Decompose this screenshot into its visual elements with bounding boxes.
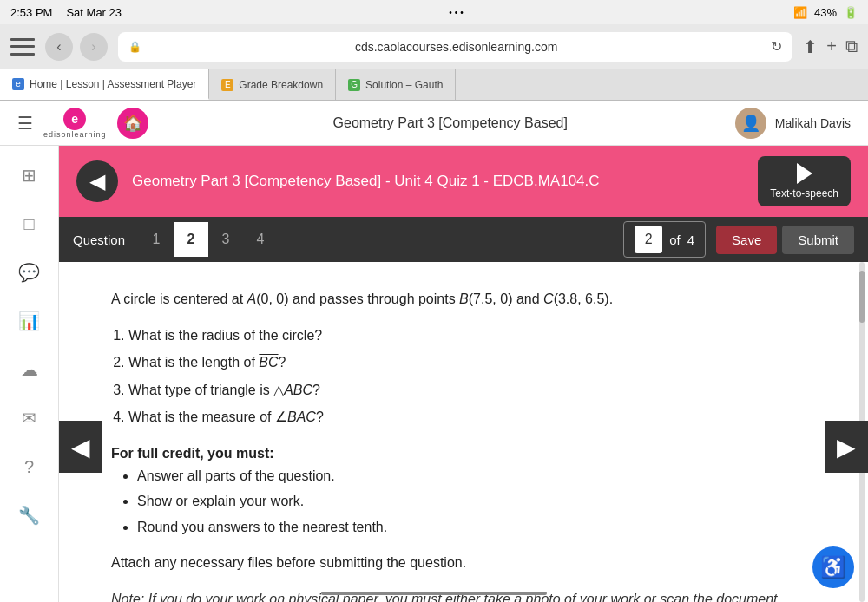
requirement-2: Show or explain your work. <box>137 490 816 513</box>
app-header: ☰ e edisonlearning 🏠 Geometry Part 3 [Co… <box>0 101 868 146</box>
play-icon <box>797 163 812 184</box>
browser-actions: ⬆ + ⧉ <box>803 36 858 57</box>
url-text: cds.caolacourses.edisonlearning.com <box>148 40 764 54</box>
battery-icon: 🔋 <box>844 6 858 19</box>
status-left: 2:53 PM Sat Mar 23 <box>10 6 122 19</box>
hamburger-line <box>10 38 35 41</box>
question-intro: A circle is centered at A(0, 0) and pass… <box>111 288 816 311</box>
main-layout: ⊞ □ 💬 📊 ☁ ✉ ? 🔧 ◀ Geometry Part 3 [Compe… <box>0 146 868 602</box>
status-right: 📶 43% 🔋 <box>793 6 858 19</box>
sidebar-icon-mail[interactable]: ✉ <box>14 402 45 434</box>
tab-label-home: Home | Lesson | Assessment Player <box>30 78 196 90</box>
logo-e: e <box>63 108 86 130</box>
tab-label-solution: Solution – Gauth <box>365 79 443 91</box>
menu-icon[interactable]: ☰ <box>17 113 33 134</box>
question-number-3[interactable]: 3 <box>208 222 243 257</box>
quiz-title: Geometry Part 3 [Competency Based] - Uni… <box>132 173 744 190</box>
scrollbar-thumb <box>859 271 865 323</box>
sidebar-toggle-button[interactable] <box>10 38 35 56</box>
user-name: Malikah Davis <box>775 116 851 130</box>
tab-solution-gauth[interactable]: G Solution – Gauth <box>336 69 456 100</box>
question-nav: Question 1 2 3 4 2 of 4 Save Submit <box>59 217 868 262</box>
lock-icon: 🔒 <box>128 41 141 53</box>
requirement-1: Answer all parts of the question. <box>137 465 816 487</box>
wifi-icon: 📶 <box>793 6 807 19</box>
save-button[interactable]: Save <box>716 226 777 254</box>
sidebar-icon-chat[interactable]: 💬 <box>14 257 45 288</box>
nav-buttons: ‹ › <box>45 33 108 61</box>
left-sidebar: ⊞ □ 💬 📊 ☁ ✉ ? 🔧 <box>0 146 59 602</box>
question-number-1[interactable]: 1 <box>139 222 174 257</box>
content-area: ◀ Geometry Part 3 [Competency Based] - U… <box>59 146 868 602</box>
reload-button[interactable]: ↻ <box>771 38 782 55</box>
new-tab-button[interactable]: + <box>826 36 837 56</box>
attach-note: Attach any necessary files before submit… <box>111 552 816 574</box>
back-button[interactable]: ‹ <box>45 33 73 61</box>
sidebar-icon-page[interactable]: □ <box>14 208 45 239</box>
prev-arrow-button[interactable]: ◀ <box>59 421 102 473</box>
dots: ••• <box>449 8 466 17</box>
battery-level: 43% <box>814 6 837 19</box>
question-number-2[interactable]: 2 <box>174 222 208 257</box>
time: 2:53 PM <box>10 6 52 19</box>
question-content: A circle is centered at A(0, 0) and pass… <box>59 262 868 602</box>
tabs-bar: e Home | Lesson | Assessment Player E Gr… <box>0 69 868 101</box>
user-area: 👤 Malikah Davis <box>735 108 851 139</box>
tab-favicon-grade: E <box>221 79 233 91</box>
question-numbered-list: What is the radius of the circle? What i… <box>128 324 816 429</box>
browser-chrome: ‹ › 🔒 cds.caolacourses.edisonlearning.co… <box>0 24 868 69</box>
address-bar[interactable]: 🔒 cds.caolacourses.edisonlearning.com ↻ <box>118 32 792 62</box>
requirements-list: Answer all parts of the question. Show o… <box>137 465 816 539</box>
tab-label-grade: Grade Breakdown <box>239 79 323 91</box>
list-item-4: What is the measure of ∠BAC? <box>128 406 816 429</box>
logo-text: edisonlearning <box>43 130 107 139</box>
list-item-1: What is the radius of the circle? <box>128 324 816 347</box>
sidebar-icon-help[interactable]: ? <box>14 451 45 482</box>
page-title: Geometry Part 3 [Competency Based] <box>166 115 735 131</box>
tts-label: Text-to-speech <box>770 187 838 200</box>
tab-favicon-home: e <box>12 78 24 90</box>
share-button[interactable]: ⬆ <box>803 36 818 57</box>
back-button[interactable]: ◀ <box>76 160 118 202</box>
question-number-4[interactable]: 4 <box>243 222 278 257</box>
scroll-indicator <box>321 592 547 595</box>
tab-grade-breakdown[interactable]: E Grade Breakdown <box>209 69 336 100</box>
tabs-button[interactable]: ⧉ <box>845 36 858 56</box>
tab-home-lesson[interactable]: e Home | Lesson | Assessment Player <box>0 69 209 100</box>
hamburger-line <box>10 53 35 56</box>
avatar: 👤 <box>735 108 766 139</box>
requirement-3: Round you answers to the nearest tenth. <box>137 516 816 539</box>
sidebar-icon-chart[interactable]: 📊 <box>14 305 45 337</box>
tab-favicon-solution: G <box>348 79 360 91</box>
home-button[interactable]: 🏠 <box>117 108 148 139</box>
sidebar-icon-tool[interactable]: 🔧 <box>14 500 45 531</box>
full-credit-label: For full credit, you must: <box>111 442 816 465</box>
logo: e edisonlearning <box>43 108 107 139</box>
next-arrow-button[interactable]: ▶ <box>825 421 868 473</box>
list-item-2: What is the length of BC? <box>128 351 816 374</box>
submit-button[interactable]: Submit <box>782 226 854 254</box>
text-to-speech-button[interactable]: Text-to-speech <box>758 156 851 206</box>
date: Sat Mar 23 <box>66 6 122 19</box>
hamburger-line <box>10 45 35 48</box>
accessibility-button[interactable]: ♿ <box>812 546 854 588</box>
sidebar-icon-cloud[interactable]: ☁ <box>14 354 45 385</box>
current-page: 2 <box>635 226 662 253</box>
of-label: of <box>669 232 681 247</box>
page-indicator: 2 of 4 <box>623 221 706 258</box>
list-item-3: What type of triangle is △ABC? <box>128 379 816 402</box>
sidebar-icon-grid[interactable]: ⊞ <box>14 160 45 191</box>
quiz-header: ◀ Geometry Part 3 [Competency Based] - U… <box>59 146 868 217</box>
total-pages: 4 <box>687 232 694 247</box>
question-label: Question <box>73 232 125 247</box>
forward-button[interactable]: › <box>80 33 108 61</box>
status-bar: 2:53 PM Sat Mar 23 ••• 📶 43% 🔋 <box>0 0 868 24</box>
